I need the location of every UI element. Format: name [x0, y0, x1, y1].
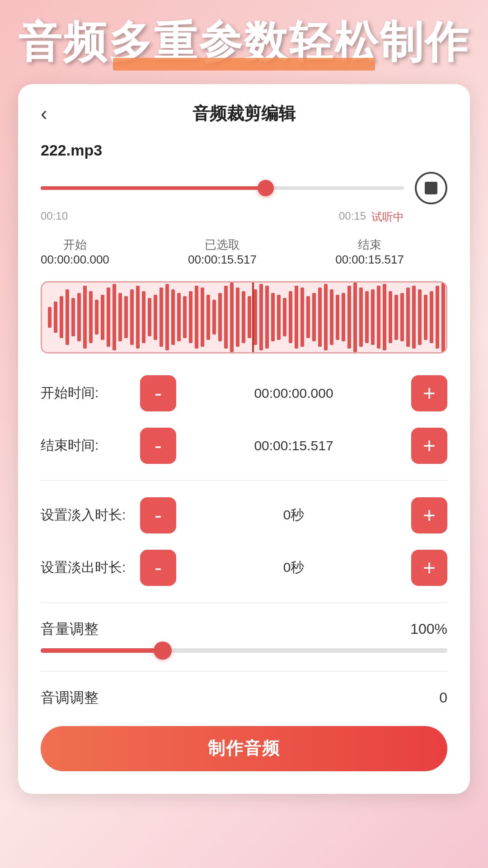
waveform-bar	[71, 298, 75, 336]
stop-button[interactable]	[415, 172, 447, 204]
waveform-bar	[66, 289, 69, 345]
start-time-value: 00:00:00.000	[185, 386, 402, 401]
end-value: 00:00:15.517	[335, 253, 404, 267]
end-time-value: 00:00:15.517	[185, 438, 402, 453]
slider-fill	[41, 186, 266, 190]
start-time-info: 开始 00:00:00.000	[41, 237, 109, 267]
waveform-bar	[136, 286, 140, 349]
waveform-bar	[89, 291, 93, 344]
waveform-bar	[300, 288, 304, 347]
waveform-bar	[324, 284, 328, 350]
waveform-bar	[289, 291, 292, 344]
waveform-bar	[306, 296, 310, 338]
end-time-plus-button[interactable]: +	[411, 428, 447, 464]
divider-1	[41, 480, 447, 481]
end-time-group: 00:15 试听中	[339, 210, 404, 224]
waveform-bar	[113, 284, 116, 350]
waveform-bar	[118, 293, 122, 342]
end-time-control-label: 结束时间:	[41, 436, 131, 455]
volume-fill	[41, 648, 163, 653]
divider-2	[41, 602, 447, 603]
waveform-bar	[359, 288, 363, 347]
volume-slider[interactable]	[41, 648, 447, 653]
waveform-bar	[424, 295, 427, 340]
waveform-bar	[248, 296, 251, 338]
volume-thumb[interactable]	[154, 642, 172, 660]
waveform-bar	[124, 296, 128, 338]
waveform-bar	[283, 298, 286, 336]
waveform-bar	[383, 284, 386, 350]
fade-in-plus-button[interactable]: +	[411, 497, 447, 533]
waveform-bar	[295, 286, 298, 349]
waveform-bar	[183, 296, 187, 338]
waveform-bar	[418, 289, 422, 345]
waveform-bar	[265, 286, 269, 349]
hero-section: 音频多重参数轻松制作	[0, 0, 488, 75]
fade-in-minus-button[interactable]: -	[140, 497, 176, 533]
fade-out-plus-button[interactable]: +	[411, 550, 447, 586]
selected-value: 00:00:15.517	[188, 253, 257, 267]
waveform-bar	[400, 293, 404, 342]
audition-badge: 试听中	[371, 210, 404, 224]
slider-track	[41, 186, 404, 190]
start-time-plus-button[interactable]: +	[411, 375, 447, 411]
waveform-bar	[142, 291, 145, 344]
fade-in-label: 设置淡入时长:	[41, 506, 131, 524]
fade-out-value: 0秒	[185, 558, 402, 577]
waveform-bar	[430, 291, 433, 344]
waveform-bar	[353, 283, 357, 352]
back-button[interactable]: ‹	[41, 104, 47, 123]
main-card: ‹ 音频裁剪编辑 222.mp3 00:10 00:15 试听中 开始 00:0…	[18, 84, 470, 794]
waveform-bar	[101, 295, 104, 340]
waveform-bar	[77, 293, 81, 342]
waveform-bar	[171, 289, 175, 345]
start-label: 开始	[41, 237, 109, 253]
waveform-bar	[259, 284, 263, 350]
volume-label: 音量调整	[41, 619, 99, 639]
waveform-bar	[154, 295, 157, 340]
fade-out-control: 设置淡出时长: - 0秒 +	[41, 550, 447, 586]
playback-slider[interactable]	[41, 186, 404, 190]
waveform-bar	[330, 289, 333, 345]
waveform-bar	[195, 286, 198, 349]
make-audio-button[interactable]: 制作音频	[41, 726, 447, 771]
end-time-minus-button[interactable]: -	[140, 428, 176, 464]
start-time-minus-button[interactable]: -	[140, 375, 176, 411]
waveform-bar	[342, 293, 345, 342]
waveform-bar	[224, 286, 228, 349]
waveform-bar	[336, 295, 339, 340]
waveform-bar	[377, 286, 380, 349]
fade-out-minus-button[interactable]: -	[140, 550, 176, 586]
waveform-bar	[48, 307, 52, 328]
end-label: 结束	[335, 237, 404, 253]
waveform-container[interactable]	[41, 281, 447, 354]
waveform-bar	[206, 295, 210, 340]
pitch-value: 0	[439, 689, 447, 706]
pitch-section: 音调调整 0	[41, 688, 447, 708]
waveform-bar	[236, 288, 239, 347]
waveform-bar	[83, 286, 87, 349]
waveform-cursor	[252, 283, 254, 352]
file-name: 222.mp3	[41, 142, 447, 159]
waveform-bar	[412, 286, 416, 349]
volume-section: 音量调整 100%	[41, 619, 447, 653]
selected-label: 已选取	[188, 237, 257, 253]
fade-in-value: 0秒	[185, 506, 402, 524]
volume-value: 100%	[410, 621, 447, 637]
volume-track	[41, 648, 447, 653]
slider-thumb[interactable]	[258, 180, 274, 196]
waveform-bar	[218, 293, 222, 342]
waveform-bar	[318, 288, 322, 347]
waveform-bar	[54, 302, 57, 333]
hero-highlight-bar	[113, 58, 375, 71]
waveform-bar	[189, 291, 192, 344]
divider-3	[41, 671, 447, 672]
waveform-bar	[277, 295, 281, 340]
waveform-bar	[177, 293, 181, 342]
end-time-label: 00:15	[339, 210, 366, 222]
waveform-bar	[371, 289, 375, 345]
waveform-bar	[441, 283, 445, 352]
waveform-bar	[312, 293, 316, 342]
time-info-row: 开始 00:00:00.000 已选取 00:00:15.517 结束 00:0…	[41, 237, 447, 267]
waveform-bar	[148, 298, 151, 336]
